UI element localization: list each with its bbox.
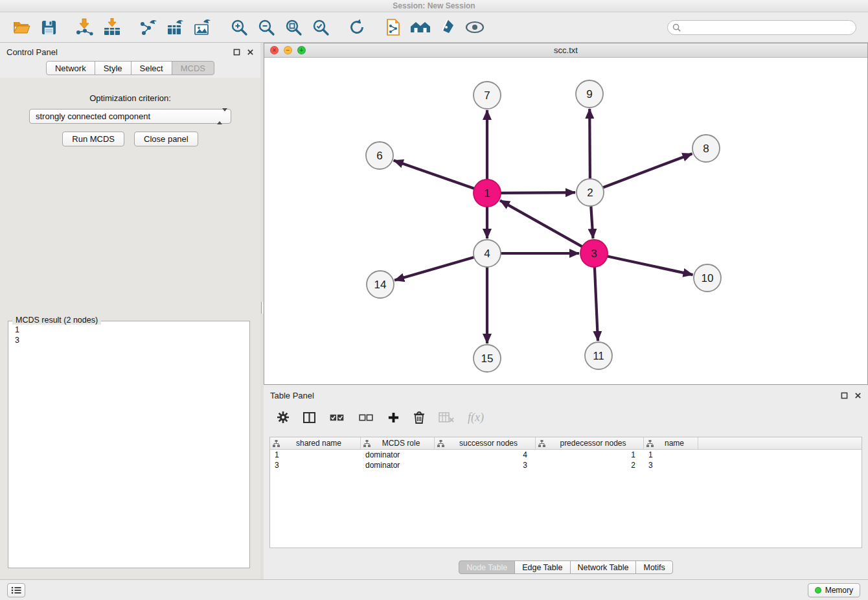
export-image-button[interactable] bbox=[189, 15, 216, 40]
zoom-selected-button[interactable] bbox=[307, 15, 334, 40]
show-columns-button[interactable] bbox=[303, 408, 315, 426]
mcds-result-item[interactable]: 1 bbox=[10, 325, 248, 335]
import-network-button[interactable] bbox=[71, 15, 98, 40]
close-table-panel-icon[interactable] bbox=[854, 392, 862, 399]
function-builder-button[interactable]: f(x) bbox=[468, 408, 484, 426]
save-session-button[interactable] bbox=[35, 15, 62, 40]
search-input[interactable] bbox=[684, 23, 851, 32]
table-cell: 1 bbox=[536, 450, 644, 460]
export-table-icon bbox=[166, 18, 185, 36]
graphics-details-button[interactable] bbox=[461, 15, 488, 40]
create-column-button[interactable] bbox=[387, 408, 400, 426]
edge-1-2[interactable] bbox=[501, 192, 575, 193]
tab-mcds[interactable]: MCDS bbox=[172, 61, 214, 75]
zoom-window-button[interactable]: + bbox=[297, 46, 306, 54]
table-cell: 3 bbox=[270, 460, 361, 470]
table-cell: 3 bbox=[435, 460, 536, 470]
network-graph[interactable]: 7968124314101511 bbox=[264, 58, 867, 384]
node-table: shared nameMCDS rolesuccessor nodesprede… bbox=[269, 437, 862, 548]
export-table-button[interactable] bbox=[162, 15, 189, 40]
edge-3-10[interactable] bbox=[608, 257, 693, 275]
control-panel-tab-bar: NetworkStyleSelectMCDS bbox=[0, 61, 260, 78]
delete-column-button[interactable] bbox=[413, 408, 425, 426]
delete-table-button[interactable] bbox=[439, 408, 454, 426]
node-label: 8 bbox=[703, 143, 709, 155]
table-panel: Table Panel bbox=[264, 386, 868, 579]
column-tree-icon bbox=[437, 440, 444, 447]
table-row[interactable]: 3dominator323 bbox=[270, 460, 862, 470]
graph-node-10[interactable]: 10 bbox=[694, 264, 721, 292]
zoom-in-button[interactable] bbox=[225, 15, 253, 40]
deselect-all-button[interactable] bbox=[358, 408, 374, 426]
import-table-button[interactable] bbox=[98, 15, 126, 40]
close-panel-button[interactable]: Close panel bbox=[134, 132, 198, 146]
run-mcds-button[interactable]: Run MCDS bbox=[62, 132, 124, 146]
zoom-fit-button[interactable] bbox=[280, 15, 307, 40]
node-label: 11 bbox=[593, 350, 604, 362]
mcds-result-item[interactable]: 3 bbox=[10, 335, 248, 345]
graph-node-2[interactable]: 2 bbox=[577, 179, 604, 206]
main-toolbar bbox=[0, 12, 868, 43]
zoom-out-button[interactable] bbox=[253, 15, 280, 40]
graph-node-11[interactable]: 11 bbox=[585, 342, 612, 369]
graph-node-1[interactable]: 1 bbox=[474, 179, 501, 207]
select-all-button[interactable] bbox=[329, 408, 345, 426]
new-network-from-selection-button[interactable] bbox=[380, 15, 407, 40]
graph-node-8[interactable]: 8 bbox=[692, 135, 720, 162]
first-neighbors-button[interactable] bbox=[407, 15, 434, 40]
table-cell: 2 bbox=[536, 460, 644, 470]
graph-node-3[interactable]: 3 bbox=[580, 240, 608, 267]
graph-node-4[interactable]: 4 bbox=[474, 240, 501, 267]
memory-status-dot bbox=[815, 587, 821, 594]
tab-node-table[interactable]: Node Table bbox=[459, 560, 515, 574]
export-network-button[interactable] bbox=[135, 15, 162, 40]
task-history-button[interactable] bbox=[7, 583, 25, 597]
edge-4-14[interactable] bbox=[394, 257, 474, 281]
tab-motifs[interactable]: Motifs bbox=[635, 560, 672, 574]
edge-2-3[interactable] bbox=[591, 206, 593, 238]
graph-node-15[interactable]: 15 bbox=[474, 345, 501, 372]
close-window-button[interactable]: × bbox=[270, 46, 279, 54]
criterion-dropdown[interactable]: strongly connected component bbox=[29, 109, 231, 124]
table-row[interactable]: 1dominator411 bbox=[270, 450, 862, 460]
graph-node-6[interactable]: 6 bbox=[366, 142, 393, 169]
mcds-result-list[interactable]: 13 bbox=[10, 325, 248, 566]
edge-1-6[interactable] bbox=[394, 161, 475, 189]
list-icon bbox=[11, 586, 21, 594]
edge-3-11[interactable] bbox=[595, 267, 598, 341]
edge-2-9[interactable] bbox=[589, 109, 590, 179]
tab-network[interactable]: Network bbox=[46, 61, 95, 75]
float-panel-icon[interactable] bbox=[233, 49, 240, 56]
graph-node-14[interactable]: 14 bbox=[367, 271, 394, 298]
graph-node-9[interactable]: 9 bbox=[576, 80, 603, 108]
search-box[interactable] bbox=[667, 20, 856, 35]
column-header-name[interactable]: name bbox=[644, 437, 698, 449]
tab-style[interactable]: Style bbox=[95, 61, 131, 75]
tab-select[interactable]: Select bbox=[131, 61, 172, 75]
column-header-label: name bbox=[654, 439, 695, 448]
edge-3-1[interactable] bbox=[500, 200, 582, 246]
column-header-successor-nodes[interactable]: successor nodes bbox=[435, 437, 536, 449]
close-panel-icon[interactable] bbox=[247, 49, 254, 56]
network-canvas[interactable]: 7968124314101511 bbox=[264, 58, 867, 384]
memory-button[interactable]: Memory bbox=[808, 583, 860, 597]
node-label: 4 bbox=[484, 248, 490, 260]
column-header-shared-name[interactable]: shared name bbox=[270, 437, 361, 449]
column-header-filler bbox=[698, 437, 862, 449]
apply-layout-button[interactable] bbox=[343, 15, 371, 40]
open-session-button[interactable] bbox=[8, 15, 35, 40]
node-label: 10 bbox=[702, 272, 714, 284]
column-header-mcds-role[interactable]: MCDS role bbox=[361, 437, 435, 449]
float-table-panel-icon[interactable] bbox=[841, 392, 848, 399]
dropdown-stepper-icon bbox=[217, 111, 227, 121]
tab-edge-table[interactable]: Edge Table bbox=[514, 560, 570, 574]
tab-network-table[interactable]: Network Table bbox=[570, 560, 637, 574]
graph-node-7[interactable]: 7 bbox=[474, 82, 501, 109]
splitter-grip[interactable] bbox=[261, 302, 263, 314]
minimize-window-button[interactable]: − bbox=[284, 46, 292, 54]
column-settings-button[interactable] bbox=[277, 408, 290, 426]
annotations-button[interactable] bbox=[434, 15, 461, 40]
edge-2-8[interactable] bbox=[603, 154, 692, 187]
refresh-icon bbox=[348, 18, 366, 36]
column-header-predecessor-nodes[interactable]: predecessor nodes bbox=[536, 437, 644, 449]
